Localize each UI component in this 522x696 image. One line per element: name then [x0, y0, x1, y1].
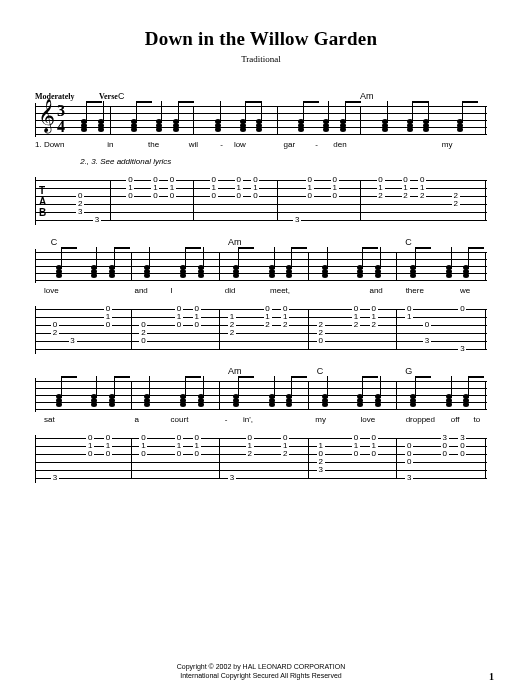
fret-number: 3	[405, 474, 413, 482]
barline	[485, 106, 486, 134]
additional-lyrics-note: 2., 3. See additional lyrics	[80, 157, 171, 166]
lyric-syllable: wil	[189, 140, 198, 149]
fret-number: 2	[377, 192, 385, 200]
barline	[131, 309, 132, 349]
fret-number: 0	[352, 450, 360, 458]
note-group	[175, 382, 189, 406]
fret-number: 3	[93, 216, 101, 224]
note-group	[402, 107, 416, 131]
barline	[131, 381, 132, 409]
time-signature: 34	[56, 103, 66, 135]
fret-number: 0	[151, 192, 159, 200]
note-group	[264, 253, 278, 277]
barline	[219, 252, 220, 280]
note-group	[104, 253, 118, 277]
note-group	[441, 253, 455, 277]
fret-number: 0	[175, 450, 183, 458]
note-group	[370, 253, 384, 277]
fret-number: 0	[193, 450, 201, 458]
fret-number: 3	[51, 474, 59, 482]
chord-symbol: Am	[228, 366, 242, 376]
chord-symbol: C	[118, 91, 125, 101]
fret-number: 0	[370, 450, 378, 458]
lyric-syllable: I	[171, 286, 173, 295]
note-group	[264, 382, 278, 406]
lyric-syllable: sat	[44, 415, 55, 424]
barline	[219, 381, 220, 409]
lyric-syllable: we	[460, 286, 470, 295]
barline	[193, 180, 194, 220]
note-group	[458, 253, 472, 277]
lyric-syllable: there	[406, 286, 424, 295]
page-number: 1	[489, 671, 494, 682]
fret-number: 3	[76, 208, 84, 216]
lyric-syllable: and	[369, 286, 382, 295]
note-group	[251, 107, 265, 131]
fret-number: 2	[228, 329, 236, 337]
lyric-syllable: the	[148, 140, 159, 149]
tab-label: TAB	[39, 185, 46, 218]
lyric-syllable: a	[134, 415, 138, 424]
notation-staff: 𝄞34CAm	[35, 103, 487, 137]
fret-number: 2	[370, 321, 378, 329]
fret-number: 0	[331, 192, 339, 200]
note-group	[317, 253, 331, 277]
note-group	[441, 382, 455, 406]
lyric-syllable: gar	[284, 140, 296, 149]
chord-symbol: G	[405, 366, 412, 376]
system: CAmCloveandIdidmeet,andtherewe0230100200…	[35, 249, 487, 354]
note-group	[235, 107, 249, 131]
barline	[131, 438, 132, 478]
barline	[485, 438, 486, 478]
barline	[485, 180, 486, 220]
tablature-staff: 023010020010010122012012220012012010303	[35, 306, 487, 354]
barline	[110, 106, 111, 134]
note-group	[317, 382, 331, 406]
fret-number: 3	[423, 337, 431, 345]
note-group	[458, 382, 472, 406]
fret-number: 2	[452, 200, 460, 208]
fret-number: 3	[317, 466, 325, 474]
note-group	[228, 382, 242, 406]
fret-number: 2	[281, 450, 289, 458]
note-group	[377, 107, 391, 131]
fret-number: 0	[175, 321, 183, 329]
fret-number: 0	[458, 305, 466, 313]
fret-number: 0	[405, 458, 413, 466]
barline	[308, 252, 309, 280]
lyric-syllable: low	[234, 140, 246, 149]
barline	[110, 180, 111, 220]
fret-number: 1	[405, 313, 413, 321]
fret-number: 2	[281, 321, 289, 329]
lyrics-additional: 2., 3. See additional lyrics	[35, 157, 487, 171]
barline	[308, 381, 309, 409]
note-group	[168, 107, 182, 131]
fret-number: 0	[210, 192, 218, 200]
note-group	[210, 107, 224, 131]
barline	[485, 309, 486, 349]
fret-number: 2	[352, 321, 360, 329]
notation-staff: AmCG	[35, 378, 487, 412]
fret-number: 0	[458, 450, 466, 458]
barline	[277, 106, 278, 134]
lyric-syllable: -	[315, 140, 318, 149]
chord-symbol: C	[405, 237, 412, 247]
note-group	[228, 253, 242, 277]
system: AmCGsatacourt-in',mylovedroppedoffto3010…	[35, 378, 487, 483]
lyric-syllable: and	[134, 286, 147, 295]
section-label: Verse	[99, 92, 118, 101]
copyright-line1: Copyright © 2002 by HAL LEONARD CORPORAT…	[177, 663, 346, 670]
sheet-music-page: Down in the Willow Garden Traditional Mo…	[0, 0, 522, 696]
song-title: Down in the Willow Garden	[35, 28, 487, 50]
lyric-syllable: love	[44, 286, 59, 295]
lyric-syllable: to	[473, 415, 480, 424]
lyric-syllable: my	[315, 415, 326, 424]
chord-symbol: C	[317, 366, 324, 376]
fret-number: 0	[317, 337, 325, 345]
note-group	[126, 107, 140, 131]
fret-number: 2	[246, 450, 254, 458]
lyric-syllable: love	[360, 415, 375, 424]
barline	[219, 438, 220, 478]
copyright-line2: International Copyright Secured All Righ…	[180, 672, 341, 679]
barline	[308, 438, 309, 478]
